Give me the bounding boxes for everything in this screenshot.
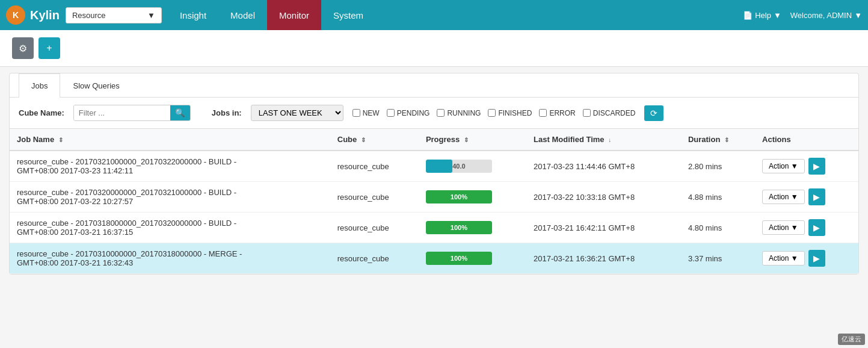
status-pending-label: PENDING <box>397 109 430 117</box>
table-row: resource_cube - 20170321000000_201703220… <box>10 151 858 182</box>
nav-monitor[interactable]: Monitor <box>267 0 321 30</box>
page-tabs: Jobs Slow Queries <box>10 73 858 98</box>
header-right: 📄 Help ▼ Welcome, ADMIN ▼ <box>743 11 862 20</box>
help-button[interactable]: 📄 Help ▼ <box>743 11 781 20</box>
welcome-button[interactable]: Welcome, ADMIN ▼ <box>790 11 862 20</box>
last-modified-cell: 2017-03-21 16:36:21 GMT+8 <box>526 243 681 274</box>
jobs-table: Job Name ⇕ Cube ⇕ Progress ⇕ Last Modifi… <box>10 128 858 274</box>
main-content: Jobs Slow Queries Cube Name: 🔍 Jobs in: … <box>9 73 859 275</box>
detail-button[interactable]: ▶ <box>808 158 825 175</box>
cube-cell: resource_cube <box>330 151 419 182</box>
checkbox-finished-input[interactable] <box>488 109 496 117</box>
add-button[interactable]: + <box>38 37 60 59</box>
main-header: K Kylin Resource ▼ Insight Model Monitor… <box>0 0 868 30</box>
add-icon: + <box>46 43 52 54</box>
col-cube: Cube ⇕ <box>330 129 419 151</box>
welcome-label: Welcome, ADMIN <box>790 11 852 20</box>
last-modified-cell: 2017-03-22 10:33:18 GMT+8 <box>526 182 681 213</box>
sort-cube-icon[interactable]: ⇕ <box>361 137 366 143</box>
jobs-in-label: Jobs in: <box>212 108 242 117</box>
job-name-cell: resource_cube - 20170310000000_201703180… <box>10 243 330 274</box>
checkbox-finished[interactable]: FINISHED <box>488 109 532 117</box>
checkbox-new[interactable]: NEW <box>352 109 380 117</box>
refresh-button[interactable]: ⟳ <box>644 105 663 121</box>
detail-button[interactable]: ▶ <box>808 250 825 267</box>
cube-cell: resource_cube <box>330 243 419 274</box>
status-new-label: NEW <box>363 109 380 117</box>
checkbox-running[interactable]: RUNNING <box>437 109 481 117</box>
duration-cell: 3.37 mins <box>681 243 755 274</box>
action-button[interactable]: Action ▼ <box>762 159 805 173</box>
checkbox-error-input[interactable] <box>539 109 547 117</box>
progress-text: 100% <box>451 224 467 231</box>
duration-cell: 4.88 mins <box>681 182 755 213</box>
last-modified-cell: 2017-03-23 11:44:46 GMT+8 <box>526 151 681 182</box>
action-button[interactable]: Action ▼ <box>762 251 805 266</box>
progress-fill <box>426 160 452 173</box>
progress-cell: 100% <box>419 182 526 213</box>
table-row: resource_cube - 20170310000000_201703180… <box>10 243 858 274</box>
toolbar: ⚙ + <box>0 30 868 67</box>
col-job-name: Job Name ⇕ <box>10 129 330 151</box>
resource-label: Resource <box>72 11 106 20</box>
col-last-modified: Last Modified Time ↓ <box>526 129 681 151</box>
actions-cell: Action ▼▶ <box>755 182 858 213</box>
progress-cell: 100% <box>419 243 526 274</box>
checkbox-discarded-input[interactable] <box>583 109 591 117</box>
detail-button[interactable]: ▶ <box>808 188 825 205</box>
col-progress: Progress ⇕ <box>419 129 526 151</box>
progress-cell: 100% <box>419 213 526 243</box>
table-row: resource_cube - 20170318000000_201703200… <box>10 213 858 243</box>
nav-system[interactable]: System <box>321 0 375 30</box>
table-header-row: Job Name ⇕ Cube ⇕ Progress ⇕ Last Modifi… <box>10 129 858 151</box>
job-name-cell: resource_cube - 20170318000000_201703200… <box>10 213 330 243</box>
checkbox-pending[interactable]: PENDING <box>387 109 430 117</box>
filter-search-button[interactable]: 🔍 <box>170 105 190 120</box>
welcome-dropdown-icon: ▼ <box>854 11 862 20</box>
progress-cell: 40.0 <box>419 151 526 182</box>
progress-text: 40.0 <box>452 163 465 170</box>
sort-duration-icon[interactable]: ⇕ <box>724 137 729 143</box>
job-name-cell: resource_cube - 20170320000000_201703210… <box>10 182 330 213</box>
status-discarded-label: DISCARDED <box>593 109 636 117</box>
table-row: resource_cube - 20170320000000_201703210… <box>10 182 858 213</box>
status-running-label: RUNNING <box>447 109 481 117</box>
actions-cell: Action ▼▶ <box>755 243 858 274</box>
nav-model[interactable]: Model <box>218 0 267 30</box>
jobs-in-select[interactable]: LAST ONE WEEK LAST ONE DAY LAST ONE MONT… <box>251 105 343 121</box>
last-modified-cell: 2017-03-21 16:42:11 GMT+8 <box>526 213 681 243</box>
action-button[interactable]: Action ▼ <box>762 190 805 204</box>
sort-progress-icon[interactable]: ⇕ <box>464 137 469 143</box>
detail-button[interactable]: ▶ <box>808 219 825 236</box>
action-button[interactable]: Action ▼ <box>762 220 805 235</box>
status-finished-label: FINISHED <box>498 109 532 117</box>
help-icon: 📄 <box>743 11 753 20</box>
job-name-cell: resource_cube - 20170321000000_201703220… <box>10 151 330 182</box>
checkbox-pending-input[interactable] <box>387 109 395 117</box>
resource-selector[interactable]: Resource ▼ <box>66 7 162 23</box>
tab-slow-queries[interactable]: Slow Queries <box>60 73 132 98</box>
settings-icon: ⚙ <box>19 43 27 54</box>
logo-icon: K <box>6 5 25 25</box>
cube-name-filter: 🔍 <box>73 105 191 121</box>
checkbox-discarded[interactable]: DISCARDED <box>583 109 636 117</box>
progress-text: 100% <box>451 255 467 262</box>
logo: K Kylin <box>6 5 60 25</box>
nav-insight[interactable]: Insight <box>168 0 218 30</box>
tab-jobs[interactable]: Jobs <box>19 73 60 98</box>
actions-cell: Action ▼▶ <box>755 213 858 243</box>
sort-job-name-icon[interactable]: ⇕ <box>58 137 63 143</box>
sort-modified-icon[interactable]: ↓ <box>608 137 611 143</box>
cube-cell: resource_cube <box>330 213 419 243</box>
checkbox-running-input[interactable] <box>437 109 445 117</box>
help-dropdown-icon: ▼ <box>774 11 781 20</box>
table-body: resource_cube - 20170321000000_201703220… <box>10 151 858 274</box>
status-checkboxes: NEW PENDING RUNNING FINISHED ERROR DISCA… <box>352 109 636 117</box>
main-nav: Insight Model Monitor System <box>168 0 743 30</box>
checkbox-error[interactable]: ERROR <box>539 109 575 117</box>
progress-text: 100% <box>451 193 467 200</box>
duration-cell: 2.80 mins <box>681 151 755 182</box>
cube-name-input[interactable] <box>74 105 170 120</box>
settings-button[interactable]: ⚙ <box>12 37 34 59</box>
checkbox-new-input[interactable] <box>352 109 360 117</box>
